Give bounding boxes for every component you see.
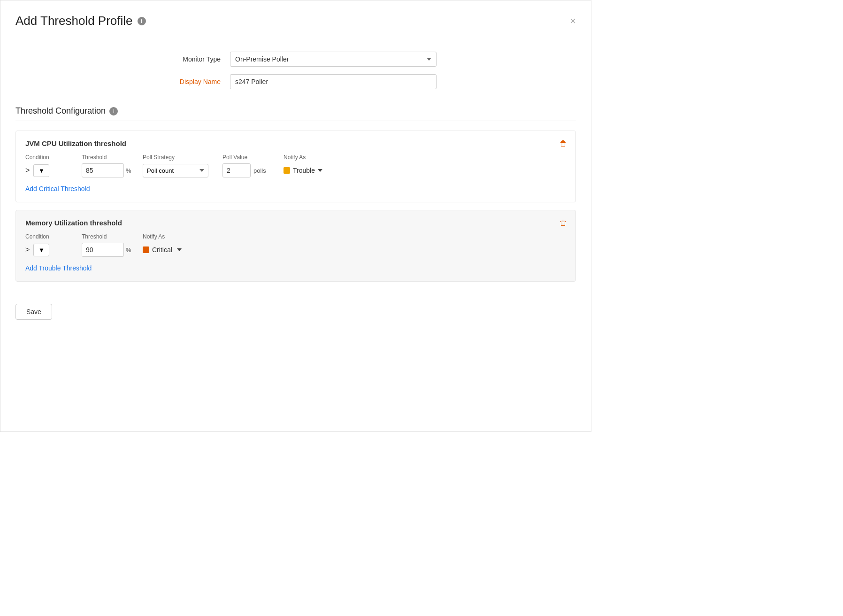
display-name-row: Display Name xyxy=(155,74,437,89)
jvm-cpu-poll-strategy-cell: Poll count Time based xyxy=(143,164,222,177)
memory-notify-as-cell: Critical Trouble Down xyxy=(143,246,237,254)
modal-header: Add Threshold Profile i × xyxy=(15,14,576,38)
memory-threshold-input[interactable] xyxy=(82,243,124,257)
add-critical-threshold-link[interactable]: Add Critical Threshold xyxy=(25,185,90,192)
memory-threshold-cell: % xyxy=(82,243,143,257)
memory-notify-select[interactable]: Critical Trouble Down xyxy=(152,246,183,254)
col-header-notify-as: Notify As xyxy=(284,154,377,161)
memory-threshold-unit: % xyxy=(126,246,131,254)
jvm-cpu-notify-select[interactable]: Trouble Critical Down xyxy=(293,167,323,174)
modal-title-wrapper: Add Threshold Profile i xyxy=(15,14,146,28)
memory-row-0: > ▼ % Critical Trouble Down xyxy=(25,243,566,257)
jvm-cpu-delete-icon[interactable]: 🗑 xyxy=(559,139,567,148)
threshold-config: Threshold Configuration i JVM CPU Utiliz… xyxy=(15,106,576,282)
jvm-cpu-notify-as-cell: Trouble Critical Down xyxy=(284,167,377,174)
add-trouble-threshold-link[interactable]: Add Trouble Threshold xyxy=(25,264,92,272)
col-header-condition: Condition xyxy=(25,154,82,161)
jvm-cpu-poll-value-cell: polls xyxy=(222,163,284,177)
jvm-cpu-threshold-unit: % xyxy=(126,167,131,174)
jvm-cpu-threshold-cell: % xyxy=(82,163,143,177)
save-button[interactable]: Save xyxy=(15,304,52,320)
memory-delete-icon[interactable]: 🗑 xyxy=(559,219,567,227)
jvm-cpu-title: JVM CPU Utilization threshold xyxy=(25,139,566,147)
memory-title: Memory Utilization threshold xyxy=(25,219,566,227)
memory-condition-cell: > ▼ xyxy=(25,244,82,256)
threshold-config-title: Threshold Configuration i xyxy=(15,106,576,121)
memory-notify-wrapper: Critical Trouble Down xyxy=(143,246,183,254)
modal: Add Threshold Profile i × Monitor Type O… xyxy=(0,0,591,432)
jvm-cpu-trouble-dot xyxy=(284,167,290,174)
display-name-input[interactable] xyxy=(230,74,437,89)
memory-col-headers: Condition Threshold Notify As xyxy=(25,233,566,240)
jvm-cpu-row-0: > ▼ % Poll count Time based xyxy=(25,163,566,177)
jvm-cpu-condition-select[interactable]: ▼ xyxy=(33,164,49,177)
display-name-label: Display Name xyxy=(155,78,230,85)
modal-title: Add Threshold Profile xyxy=(15,14,133,28)
memory-condition-symbol: > xyxy=(25,246,30,254)
jvm-cpu-col-headers: Condition Threshold Poll Strategy Poll V… xyxy=(25,154,566,161)
threshold-block-jvm-cpu: JVM CPU Utilization threshold 🗑 Conditio… xyxy=(15,131,576,202)
title-info-icon[interactable]: i xyxy=(138,17,146,25)
col-header-poll-strategy: Poll Strategy xyxy=(143,154,222,161)
monitor-type-row: Monitor Type On-Premise Poller Cloud Pol… xyxy=(155,52,437,67)
memory-critical-dot xyxy=(143,246,149,253)
jvm-cpu-poll-value-input[interactable] xyxy=(222,163,251,177)
memory-col-header-threshold: Threshold xyxy=(82,233,143,240)
memory-col-header-notify-as: Notify As xyxy=(143,233,237,240)
jvm-cpu-threshold-input[interactable] xyxy=(82,163,124,177)
memory-condition-select[interactable]: ▼ xyxy=(33,244,49,256)
threshold-block-memory: Memory Utilization threshold 🗑 Condition… xyxy=(15,210,576,282)
footer: Save xyxy=(15,296,576,320)
memory-col-header-condition: Condition xyxy=(25,233,82,240)
col-header-threshold: Threshold xyxy=(82,154,143,161)
jvm-cpu-condition-cell: > ▼ xyxy=(25,164,82,177)
jvm-cpu-notify-wrapper: Trouble Critical Down xyxy=(284,167,323,174)
close-icon[interactable]: × xyxy=(570,16,576,26)
monitor-type-select[interactable]: On-Premise Poller Cloud Poller Agent xyxy=(230,52,437,67)
jvm-cpu-poll-strategy-select[interactable]: Poll count Time based xyxy=(143,164,208,177)
col-header-poll-value: Poll Value xyxy=(222,154,284,161)
monitor-type-label: Monitor Type xyxy=(155,55,230,63)
jvm-cpu-condition-symbol: > xyxy=(25,166,30,175)
jvm-cpu-poll-unit: polls xyxy=(253,167,266,174)
form-section: Monitor Type On-Premise Poller Cloud Pol… xyxy=(15,52,576,89)
threshold-config-info-icon[interactable]: i xyxy=(109,107,118,116)
